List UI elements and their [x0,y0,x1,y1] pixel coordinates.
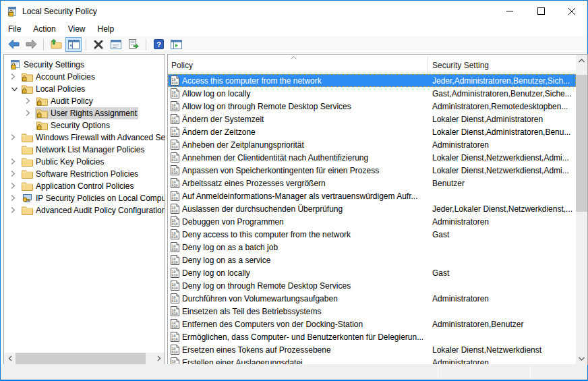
maximize-button[interactable] [525,1,556,22]
tree-item-audit-policy[interactable]: Audit Policy [4,95,165,107]
cell-policy: Ersetzen eines Tokens auf Prozessebene [182,345,426,355]
table-row[interactable]: 10010Annehmen der Clientidentität nach A… [168,151,576,164]
menu-item-help[interactable]: Help [92,23,121,35]
content-area: Security SettingsAccount PoliciesLocal P… [1,54,587,365]
tree-item-application-control-policies[interactable]: Application Control Policies [4,180,165,192]
tree-item-security-options[interactable]: Security Options [4,119,165,131]
chevron-collapsed-icon[interactable] [11,194,19,202]
tree-item-software-restriction-policies[interactable]: Software Restriction Policies [4,168,165,180]
folder-icon [22,133,36,142]
table-row[interactable]: 10010Einsetzen als Teil des Betriebssyst… [168,305,576,318]
export-list-icon [128,39,139,49]
svg-text:010: 010 [172,145,178,149]
up-one-level-button[interactable] [48,37,64,52]
chevron-collapsed-icon[interactable] [11,206,19,214]
svg-text:010: 010 [172,171,178,175]
scrollbar-thumb[interactable] [16,353,146,364]
table-row[interactable]: 10010Access this computer from the netwo… [168,74,576,87]
menu-item-action[interactable]: Action [27,23,61,35]
table-row[interactable]: 10010Ändern der ZeitzoneLokaler Dienst,A… [168,125,576,138]
tree-item-label: Advanced Audit Policy Configuration [36,206,165,215]
delete-button[interactable] [90,37,107,52]
table-row[interactable]: 10010Arbeitssatz eines Prozesses vergröß… [168,177,576,189]
tree-item-public-key-policies[interactable]: Public Key Policies [4,156,165,168]
table-row[interactable]: 10010Ermöglichen, dass Computer- und Ben… [168,330,576,343]
chevron-collapsed-icon[interactable] [11,158,19,166]
folder-lock-icon [36,109,51,118]
sort-ascending-icon [291,56,297,59]
menu-item-view[interactable]: View [62,23,92,35]
cell-policy: Ändern der Systemzeit [182,115,426,124]
svg-text:010: 010 [172,107,178,111]
table-row[interactable]: 10010Deny log on locallyGast [168,266,576,279]
scroll-right-arrow[interactable] [153,353,165,364]
chevron-collapsed-icon[interactable] [26,97,34,105]
table-row[interactable]: 10010Entfernen des Computers von der Doc… [168,318,576,330]
chevron-collapsed-icon[interactable] [26,109,34,117]
tree-item-ip-security-policies-on-local-computer[interactable]: IP Security Policies on Local Computer [4,192,165,204]
minimize-button[interactable] [494,1,525,22]
table-row[interactable]: 10010Anpassen von Speicherkontingenten f… [168,164,576,177]
table-row[interactable]: 10010Deny log on as a service [168,254,576,266]
column-divider[interactable] [428,56,428,74]
show-console-tree-button[interactable] [65,37,82,52]
table-row[interactable]: 10010Deny access to this computer from t… [168,228,576,241]
chevron-collapsed-icon[interactable] [11,182,19,190]
table-row[interactable]: 10010Debuggen von ProgrammenAdministrato… [168,215,576,228]
column-header-security-setting[interactable]: Security Setting [432,61,489,70]
statusbar-divider [530,365,531,378]
tree-item-security-settings[interactable]: Security Settings [4,59,165,71]
table-row[interactable]: 10010Deny log on as a batch job [168,241,576,254]
folder-icon [22,157,36,167]
tree-item-advanced-audit-policy-configuration[interactable]: Advanced Audit Policy Configuration [4,204,165,216]
forward-button[interactable] [23,37,39,52]
chevron-collapsed-icon[interactable] [11,73,19,81]
svg-text:010: 010 [172,235,178,239]
table-row[interactable]: 10010Allow log on locallyGast,Administra… [168,87,576,100]
tree-item-network-list-manager-policies[interactable]: Network List Manager Policies [4,144,165,156]
tree-item-label: Security Settings [24,60,84,69]
menu-item-file[interactable]: File [2,23,27,35]
chevron-collapsed-icon[interactable] [11,134,19,142]
table-row[interactable]: 10010Ändern der SystemzeitLokaler Dienst… [168,113,576,125]
table-row[interactable]: 10010Deny log on through Remote Desktop … [168,279,576,292]
toolbar-separator [86,38,86,51]
table-row[interactable]: 10010Auslassen der durchsuchenden Überpr… [168,202,576,215]
table-row[interactable]: 10010Allow log on through Remote Desktop… [168,100,576,113]
maximize-icon [537,7,545,15]
svg-text:010: 010 [172,158,178,162]
cell-security-setting: Gast [432,268,575,278]
show-action-pane-button[interactable] [168,37,184,52]
tree-item-user-rights-assignment[interactable]: User Rights Assignment [4,107,165,119]
scrollbar-thumb[interactable] [576,75,587,212]
tree-item-label: Windows Firewall with Advanced Security [36,133,165,142]
table-row[interactable]: 10010Erstellen einer AuslagerungsdateiAd… [168,356,576,364]
help-button[interactable]: ? [150,37,167,52]
tree-item-label: Security Options [51,121,110,130]
cell-security-setting: Gast,Administratoren,Benutzer,Siche... [432,89,575,98]
cell-policy: Arbeitssatz eines Prozesses vergrößern [182,179,426,188]
back-button[interactable] [5,37,22,52]
export-list-button[interactable] [125,37,142,52]
scroll-up-arrow[interactable] [576,55,587,66]
chevron-collapsed-icon[interactable] [11,170,19,178]
chevron-expanded-icon[interactable] [11,85,19,93]
table-row[interactable]: 10010Auf Anmeldeinformations-Manager als… [168,189,576,202]
cell-security-setting: Administratoren [432,294,575,303]
console-lock-icon [9,60,24,69]
table-row[interactable]: 10010Anheben der ZeitplanungsprioritätAd… [168,138,576,151]
properties-button[interactable] [108,37,124,52]
tree-item-local-policies[interactable]: Local Policies [4,83,165,95]
column-header-policy[interactable]: Policy [171,61,193,70]
app-icon [7,6,18,17]
table-row[interactable]: 10010Durchführen von Volumewartungsaufga… [168,292,576,305]
toolbar: ? [1,36,587,53]
svg-text:010: 010 [172,94,178,98]
scroll-down-arrow[interactable] [576,353,587,364]
close-button[interactable] [556,1,587,22]
table-row[interactable]: 10010Ersetzen eines Tokens auf Prozesseb… [168,343,576,356]
cell-security-setting: Jeder,Administratoren,Benutzer,Sich... [432,76,575,86]
tree-item-account-policies[interactable]: Account Policies [4,71,165,83]
tree-item-windows-firewall-with-advanced-security[interactable]: Windows Firewall with Advanced Security [4,131,165,144]
scroll-left-arrow[interactable] [4,353,16,364]
